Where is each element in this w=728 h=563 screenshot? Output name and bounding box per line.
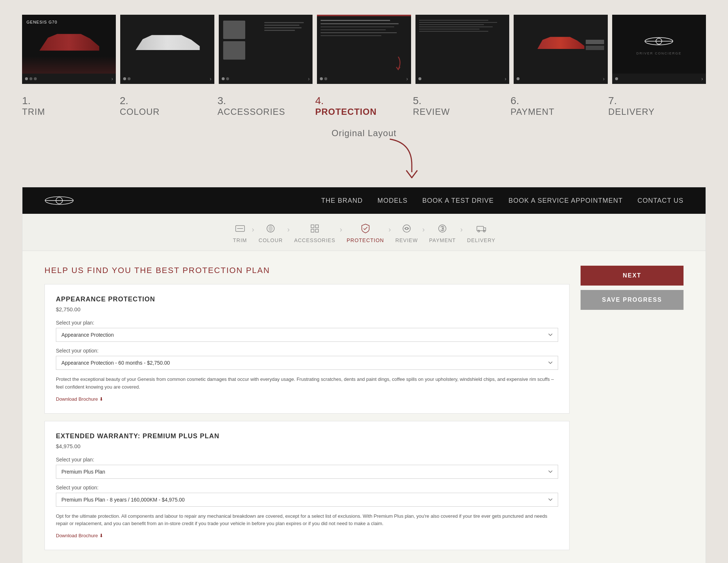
warranty-price: $4,975.00 [56, 443, 558, 449]
payment-icon [435, 221, 450, 236]
thumbnail-7[interactable]: DRIVER CONCIERGE › [612, 15, 706, 84]
warranty-option-label: Select your option: [56, 485, 558, 491]
main-content: THE BRAND MODELS BOOK A TEST DRIVE BOOK … [22, 187, 706, 563]
svg-rect-11 [311, 229, 314, 232]
progress-step-protection[interactable]: PROTECTION [347, 221, 384, 243]
warranty-download-brochure[interactable]: Download Brochure ⬇ [56, 533, 103, 538]
left-panel: HELP US FIND YOU THE BEST PROTECTION PLA… [44, 266, 570, 557]
nav-link-contact[interactable]: CONTACT US [638, 197, 684, 205]
thumbnail-1[interactable]: GENESIS G70 › [22, 15, 116, 84]
svg-point-14 [406, 227, 408, 230]
progress-step-trim[interactable]: TRIM [233, 221, 247, 243]
warranty-description: Opt for the ultimate protection. All com… [56, 513, 558, 528]
warranty-plan-select[interactable]: Premium Plus Plan [56, 465, 558, 479]
svg-rect-17 [477, 226, 483, 231]
appearance-protection-card: APPEARANCE PROTECTION $2,750.00 Select y… [44, 284, 570, 414]
nav-link-models[interactable]: MODELS [377, 197, 407, 205]
thumbnail-3[interactable]: › [219, 15, 313, 84]
warranty-plan-label: Select your plan: [56, 457, 558, 463]
thumbnail-5[interactable]: › [415, 15, 509, 84]
right-panel: NEXT SAVE PROGRESS [581, 266, 684, 557]
progress-step-payment[interactable]: PAYMENT [429, 221, 456, 243]
nav-link-test-drive[interactable]: BOOK A TEST DRIVE [422, 197, 494, 205]
appearance-plan-label: Select your plan: [56, 320, 558, 326]
appearance-protection-title: APPEARANCE PROTECTION [56, 295, 558, 303]
step-5-review[interactable]: 5. REVIEW [413, 95, 511, 117]
protection-icon [358, 221, 373, 236]
progress-step-delivery[interactable]: DELIVERY [467, 221, 495, 243]
save-progress-button[interactable]: SAVE PROGRESS [581, 290, 684, 310]
next-button[interactable]: NEXT [581, 266, 684, 286]
thumbnail-strip: GENESIS G70 › › [0, 0, 728, 84]
svg-point-19 [483, 230, 485, 232]
nav-link-brand[interactable]: THE BRAND [321, 197, 363, 205]
steps-row: 1. TRIM 2. COLOUR 3. ACCESSORIES 4. PROT… [0, 84, 728, 128]
accessories-icon [307, 221, 322, 236]
nav-links: THE BRAND MODELS BOOK A TEST DRIVE BOOK … [321, 197, 684, 205]
colour-icon [263, 221, 278, 236]
thumbnail-2[interactable]: › [120, 15, 214, 84]
progress-step-colour[interactable]: COLOUR [258, 221, 283, 243]
arrow-area: Original Layout [0, 128, 728, 187]
svg-rect-10 [315, 225, 318, 228]
extended-warranty-card: EXTENDED WARRANTY: PREMIUM PLUS PLAN $4,… [44, 421, 570, 550]
thumbnail-6[interactable]: › [514, 15, 607, 84]
nav-link-service[interactable]: BOOK A SERVICE APPOINTMENT [508, 197, 623, 205]
svg-point-18 [478, 230, 479, 232]
svg-rect-12 [315, 229, 318, 232]
genesis-logo-icon [44, 193, 74, 208]
arrow-icon [382, 135, 427, 183]
appearance-protection-price: $2,750.00 [56, 306, 558, 312]
thumbnail-4[interactable]: › [317, 15, 411, 84]
svg-rect-9 [311, 225, 314, 228]
appearance-plan-select[interactable]: Appearance Protection [56, 328, 558, 342]
navbar: THE BRAND MODELS BOOK A TEST DRIVE BOOK … [22, 187, 706, 214]
appearance-description: Protect the exceptional beauty of your G… [56, 376, 558, 391]
step-3-accessories[interactable]: 3. ACCESSORIES [217, 95, 315, 117]
nav-logo [44, 193, 74, 208]
delivery-icon [474, 221, 489, 236]
progress-step-accessories[interactable]: ACCESSORIES [294, 221, 335, 243]
progress-step-review[interactable]: REVIEW [395, 221, 418, 243]
warranty-option-select[interactable]: Premium Plus Plan - 8 years / 160,000KM … [56, 493, 558, 507]
step-4-protection[interactable]: 4. PROTECTION [315, 95, 413, 117]
review-icon [399, 221, 414, 236]
appearance-download-brochure[interactable]: Download Brochure ⬇ [56, 396, 103, 402]
page-heading: HELP US FIND YOU THE BEST PROTECTION PLA… [44, 266, 570, 275]
warranty-title: EXTENDED WARRANTY: PREMIUM PLUS PLAN [56, 432, 558, 440]
step-2-colour[interactable]: 2. COLOUR [120, 95, 218, 117]
appearance-option-label: Select your option: [56, 348, 558, 354]
content-area: HELP US FIND YOU THE BEST PROTECTION PLA… [22, 251, 706, 563]
step-1-trim[interactable]: 1. TRIM [22, 95, 120, 117]
step-6-payment[interactable]: 6. PAYMENT [511, 95, 609, 117]
appearance-option-select[interactable]: Appearance Protection - 60 months - $2,7… [56, 356, 558, 370]
progress-bar: TRIM › COLOUR › ACCESSORIES › [22, 214, 706, 251]
trim-icon [233, 221, 247, 236]
step-7-delivery[interactable]: 7. DELIVERY [608, 95, 706, 117]
